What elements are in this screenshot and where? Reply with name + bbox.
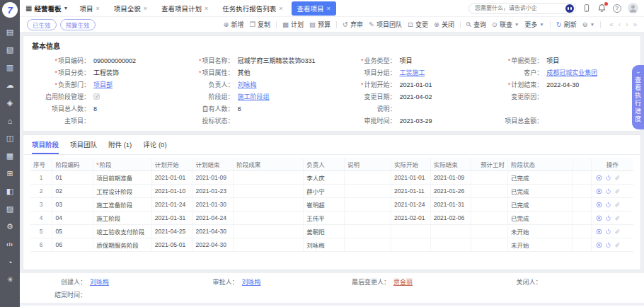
attachment-icon[interactable] <box>614 202 621 208</box>
attachment-icon[interactable] <box>614 175 621 181</box>
workspace-menu[interactable]: ▦ 经营看板 ▼ <box>25 4 68 13</box>
report-edit-icon[interactable]: ▧ <box>6 41 14 59</box>
invoice-icon[interactable]: ▨ <box>6 200 14 218</box>
toolbar-button-budget[interactable]: ▤预算 <box>306 20 333 29</box>
page-tab-view-project[interactable]: 查看项目× <box>292 1 336 16</box>
assistant-search[interactable] <box>468 3 576 14</box>
assistant-search-input[interactable] <box>475 5 558 11</box>
table-row[interactable]: 606质保期服务阶段2021-05-012022-04-30刘咏梅未开始 <box>30 238 633 252</box>
tab-close-icon[interactable]: × <box>96 5 99 12</box>
toolbar-button-copy[interactable]: ❐复制 <box>246 20 273 29</box>
pencil-icon: ✎ <box>369 21 374 28</box>
notification-bell-icon[interactable] <box>597 4 606 13</box>
mobile-phone-icon[interactable] <box>582 4 591 13</box>
toolbar-button-more[interactable]: 更多▼ <box>522 20 546 29</box>
toolbar-button-project-team[interactable]: ✎项目团队 <box>366 20 405 29</box>
toolbar-button-refresh[interactable]: ↻刷新 <box>553 20 580 29</box>
prev-page-icon[interactable]: ‹ <box>619 21 621 28</box>
next-page-icon[interactable]: › <box>626 21 628 28</box>
field-value[interactable]: 项目部 <box>93 80 113 89</box>
view-progress-side-tab[interactable]: › 查看执行进度 <box>632 65 644 129</box>
attachment-icon[interactable] <box>614 188 621 195</box>
detail-tab-attachments[interactable]: 附件 (1) <box>108 139 132 154</box>
field-value[interactable]: 刘咏梅 <box>242 277 261 286</box>
stage-management-enabled-checkbox[interactable] <box>93 93 100 100</box>
power-icon[interactable] <box>605 215 611 221</box>
start-icon[interactable] <box>596 215 602 221</box>
apps-grid-icon[interactable]: ⊞ <box>6 165 14 183</box>
power-icon[interactable] <box>605 188 611 195</box>
page-tab-view-project-plan[interactable]: 查看项目计划× <box>156 1 214 16</box>
bar-chart-icon[interactable]: ılı <box>6 236 14 253</box>
attachment-icon[interactable] <box>614 242 621 248</box>
cell <box>471 212 508 225</box>
cell: 薛小宁 <box>304 185 345 198</box>
toolbar-button-new[interactable]: ⊕新增 <box>220 20 246 29</box>
home-icon[interactable]: ⌂ <box>6 112 14 129</box>
basic-field-bid-status: 投标状态： <box>176 116 338 125</box>
toolbar-button-close[interactable]: ⊗关闭 <box>431 20 457 29</box>
power-icon[interactable] <box>605 228 611 235</box>
page-tab-label: 查看项目 <box>297 4 324 13</box>
shield-icon[interactable]: ◈ <box>6 94 14 112</box>
field-value[interactable]: 刘咏梅 <box>238 80 257 89</box>
kanban-board-icon[interactable]: ▤ <box>6 23 14 41</box>
toolbar-button-change[interactable]: ⊡变更 <box>405 20 431 29</box>
table-row[interactable]: 303施工准备阶段2021-01-242021-01-30崔明超2021-01-… <box>30 198 633 212</box>
toolbar-button-plan[interactable]: ▦计划 <box>280 20 306 29</box>
help-icon[interactable]: ? <box>613 4 621 13</box>
team-cloud-icon[interactable]: ☁ <box>6 76 14 94</box>
detail-tab-stage[interactable]: 项目阶段 <box>32 139 59 154</box>
table-row[interactable]: 404施工阶段2021-01-312021-04-24王伟平2021-02-01… <box>30 212 633 225</box>
table-row[interactable]: 202工程设计阶段2021-01-102021-01-23薛小宁2021-01-… <box>30 185 633 198</box>
tab-close-icon[interactable]: × <box>144 5 147 12</box>
tab-close-icon[interactable]: × <box>279 5 282 12</box>
tab-close-icon[interactable]: × <box>205 5 208 12</box>
toolbar-button-print[interactable]: ⊖▼ <box>580 21 597 28</box>
attachment-icon[interactable] <box>614 228 621 235</box>
cell: 2021-04-24 <box>192 212 234 225</box>
page-tab-project[interactable]: 项目× <box>74 1 105 16</box>
table-row[interactable]: 505竣工验收支付阶段2021-04-252021-04-30姜朝阳未开始 <box>30 225 633 238</box>
attachment-icon[interactable] <box>614 215 621 221</box>
start-icon[interactable] <box>596 175 602 181</box>
field-value[interactable]: 工装施工 <box>399 68 425 77</box>
horizontal-scrollbar[interactable] <box>20 303 644 306</box>
power-icon[interactable] <box>605 175 611 181</box>
document-list-icon[interactable]: ▥ <box>6 59 14 76</box>
basic-field-stage-group: 阶段组：施工阶段组 <box>176 92 338 101</box>
last-page-icon[interactable]: » <box>633 21 637 28</box>
field-value[interactable]: 刘咏梅 <box>90 277 109 286</box>
cell: 03 <box>52 198 93 212</box>
start-icon[interactable] <box>596 202 602 208</box>
power-icon[interactable] <box>605 242 611 248</box>
table-row[interactable]: 101项目前期准备2021-01-012021-01-09李人庆2021-01-… <box>30 171 633 185</box>
gear-icon[interactable]: ⚙ <box>6 218 14 236</box>
start-icon[interactable] <box>596 242 602 248</box>
toolbar-button-link-query[interactable]: ⊙联查▼ <box>489 20 522 29</box>
field-value[interactable]: 成都冠城实业集团 <box>546 68 597 77</box>
page-tab-task-report-list[interactable]: 任务执行报告列表× <box>217 1 288 16</box>
cell <box>344 171 391 185</box>
finance-doc-icon[interactable]: ◧ <box>6 183 14 200</box>
detail-tab-comments[interactable]: 评论 (0) <box>143 139 166 154</box>
power-icon[interactable] <box>605 202 611 208</box>
user-avatar[interactable] <box>628 3 638 13</box>
calendar-icon[interactable]: ▦ <box>6 147 14 165</box>
toolbar-button-query[interactable]: ⚲查询 <box>464 20 489 29</box>
first-page-icon[interactable]: « <box>609 21 614 28</box>
cell-blank <box>572 238 591 252</box>
tools-icon[interactable]: ✳ <box>6 271 14 289</box>
field-value[interactable]: 贾金丽 <box>393 277 413 286</box>
cell: 2021-01-11 <box>391 185 430 198</box>
id-card-icon[interactable]: ◫ <box>6 129 14 147</box>
toolbar-button-unapprove[interactable]: ↺弃审 <box>340 20 366 29</box>
tab-close-icon[interactable]: × <box>327 5 330 12</box>
history-clock-icon[interactable]: ◔ <box>6 253 14 271</box>
page-tab-project-overview[interactable]: 项目全貌× <box>108 1 153 16</box>
app-logo[interactable]: 7 <box>2 2 18 18</box>
field-value[interactable]: 施工阶段组 <box>238 92 270 101</box>
detail-tab-team[interactable]: 项目团队 <box>70 139 97 154</box>
start-icon[interactable] <box>596 228 602 235</box>
start-icon[interactable] <box>596 188 602 195</box>
